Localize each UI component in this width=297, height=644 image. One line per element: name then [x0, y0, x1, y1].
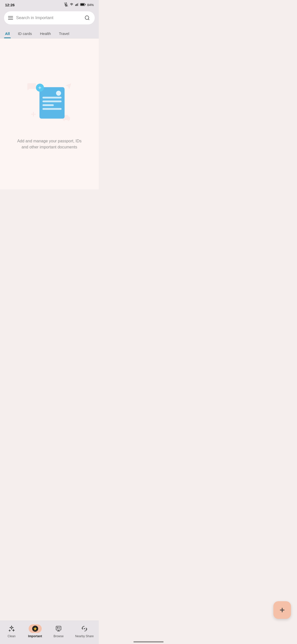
- search-bar[interactable]: Search in Important: [4, 11, 95, 24]
- svg-line-11: [88, 19, 89, 20]
- svg-rect-5: [77, 4, 78, 6]
- tabs-container: All ID cards Health Travel: [0, 28, 99, 38]
- svg-rect-3: [75, 5, 76, 6]
- search-bar-container: Search in Important: [0, 9, 99, 28]
- doc-circle: [56, 91, 61, 96]
- battery-icon: [80, 3, 86, 7]
- document-illustration: +: [39, 87, 65, 119]
- main-content: + Add and manage your passport, IDs and …: [0, 38, 99, 189]
- search-button[interactable]: [84, 14, 91, 21]
- svg-rect-6: [78, 3, 78, 6]
- battery-percent: 84%: [87, 3, 94, 7]
- svg-rect-9: [85, 4, 85, 5]
- mute-icon: [64, 3, 68, 7]
- doc-lines: [42, 97, 62, 110]
- wifi-icon: [70, 3, 74, 7]
- status-icons: 84%: [64, 3, 94, 7]
- deco-plane-icon: [65, 83, 72, 92]
- status-time: 12:26: [5, 3, 15, 7]
- empty-state-text: Add and manage your passport, IDs and ot…: [14, 138, 85, 150]
- svg-point-15: [63, 119, 65, 120]
- doc-card: +: [39, 87, 65, 119]
- plus-badge-icon: +: [36, 84, 44, 92]
- search-placeholder[interactable]: Search in Important: [16, 15, 81, 20]
- svg-rect-8: [81, 4, 84, 6]
- svg-point-10: [85, 16, 89, 20]
- svg-rect-4: [76, 4, 77, 6]
- empty-state-illustration: +: [24, 78, 75, 128]
- signal-icon: [75, 3, 79, 7]
- tab-all[interactable]: All: [4, 28, 11, 38]
- deco-chat-icon: [27, 83, 36, 92]
- tab-travel[interactable]: Travel: [58, 28, 70, 38]
- tab-id-cards[interactable]: ID cards: [17, 28, 33, 38]
- status-bar: 12:26: [0, 0, 99, 9]
- svg-point-16: [68, 119, 69, 120]
- menu-button[interactable]: [8, 16, 13, 20]
- deco-medical-icon: [29, 110, 37, 120]
- tab-health[interactable]: Health: [39, 28, 52, 38]
